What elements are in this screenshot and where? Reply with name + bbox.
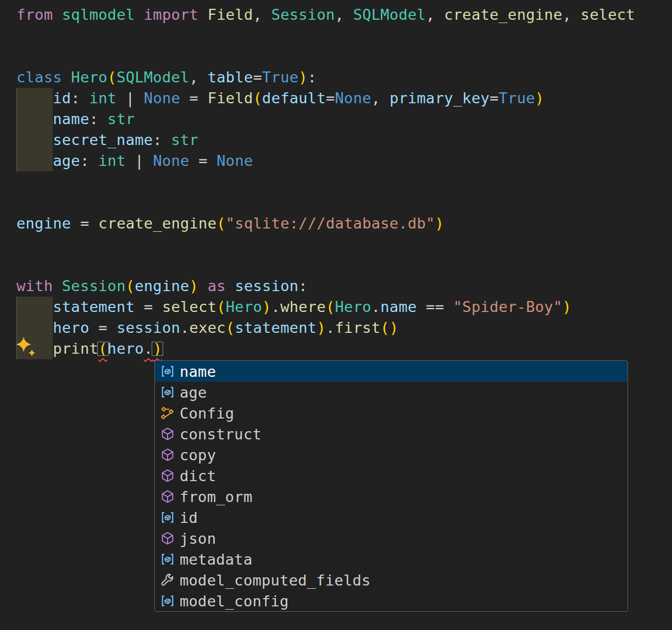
code-token: table [208,69,253,86]
code-line[interactable]: with Session(engine) as session: [16,276,308,297]
code-token: == [417,298,453,315]
symbol-property-icon [158,573,177,587]
code-token: = [71,215,98,232]
code-line[interactable]: from sqlmodel import Field, Session, SQL… [16,4,635,25]
completion-item-label: age [180,384,207,401]
code-token: ) [153,340,162,357]
code-token: engine [16,215,71,232]
completion-item-Config[interactable]: Config [155,403,627,423]
code-token: import [144,6,198,23]
completion-item-label: id [180,509,198,526]
code-token: None [153,152,189,169]
code-token: , [426,6,444,23]
code-token: True [499,90,535,107]
code-token: hero [53,319,89,336]
code-token: None [335,90,371,107]
code-token: ) [316,319,326,336]
code-token [53,277,62,294]
completion-item-id[interactable]: id [155,507,627,528]
ai-sparkle-icon[interactable] [15,336,37,358]
code-token: id [53,90,71,107]
code-token: | [116,90,144,107]
code-token: = [326,90,335,107]
code-line[interactable]: age: int | None = None [16,150,253,171]
code-line[interactable]: name: str [16,109,135,130]
code-token [16,152,53,169]
code-token: create_engine [444,6,562,23]
completion-item-label: name [180,363,216,380]
code-token: as [208,277,226,294]
completion-item-label: from_orm [180,488,252,505]
completion-item-model_config[interactable]: model_config [155,590,627,611]
completion-item-label: model_config [180,593,289,610]
code-token: ( [253,90,263,107]
code-line[interactable]: print(hero.) [16,338,162,359]
code-token [16,90,53,107]
code-token: , [562,6,580,23]
code-token: int [98,152,126,169]
code-token [198,6,208,23]
code-line[interactable]: engine = create_engine("sqlite:///databa… [16,213,444,234]
code-token: Field [208,6,253,23]
code-token: statement [235,319,316,336]
code-token: SQLModel [116,69,189,86]
completion-item-copy[interactable]: copy [155,444,627,465]
completion-item-label: Config [180,405,234,422]
code-token: class [16,69,62,86]
completion-item-label: dict [180,467,216,484]
code-token: . [326,319,335,336]
code-token: exec [190,319,226,336]
code-token: select [162,298,216,315]
code-line[interactable]: secret_name: str [16,130,198,150]
code-token: name [380,298,416,315]
code-token: from [16,6,53,23]
code-token: Hero [71,69,107,86]
code-token: create_engine [98,215,216,232]
symbol-method-icon [158,427,177,441]
code-token: "sqlite:///database.db" [226,215,435,232]
code-token: default [262,90,326,107]
completion-item-age[interactable]: age [155,382,627,403]
completion-item-dict[interactable]: dict [155,465,627,486]
code-token: where [280,298,326,315]
completion-item-from_orm[interactable]: from_orm [155,486,627,507]
code-token: ) [562,298,571,315]
code-token: str [171,131,198,148]
code-token [62,69,71,86]
code-token: ( [380,319,390,336]
code-token [226,277,235,294]
code-token: engine [135,277,189,294]
symbol-field-icon [158,510,177,525]
code-token: | [126,152,153,169]
completion-item-name[interactable]: name [155,361,627,382]
completion-item-construct[interactable]: construct [155,423,627,444]
code-token: with [16,277,53,294]
code-token: Session [62,277,126,294]
code-token: ) [298,69,308,86]
completion-item-model_computed_fields[interactable]: model_computed_fields [155,570,627,590]
code-token: Hero [335,298,371,315]
code-token [16,319,53,336]
code-token: ( [108,69,117,86]
code-line[interactable]: statement = select(Hero).where(Hero.name… [16,297,571,317]
code-line[interactable]: class Hero(SQLModel, table=True): [16,67,316,88]
completion-item-metadata[interactable]: metadata [155,549,627,570]
code-token: name [53,110,89,127]
symbol-field-icon [158,552,177,566]
code-token: str [108,110,135,127]
code-token [53,6,62,23]
code-token: ) [435,215,445,232]
code-token: . [271,298,281,315]
completion-item-label: construct [180,426,262,443]
code-token: session [116,319,180,336]
code-token [16,110,53,127]
completion-item-json[interactable]: json [155,528,627,549]
code-token: , [335,6,353,23]
code-token: . [371,298,381,315]
code-line[interactable]: id: int | None = Field(default=None, pri… [16,88,544,109]
code-token: : [71,90,89,107]
code-token: ( [326,298,335,315]
code-editor[interactable]: from sqlmodel import Field, Session, SQL… [0,0,672,630]
code-token: : [298,277,308,294]
code-line[interactable]: hero = session.exec(statement).first() [16,317,398,338]
